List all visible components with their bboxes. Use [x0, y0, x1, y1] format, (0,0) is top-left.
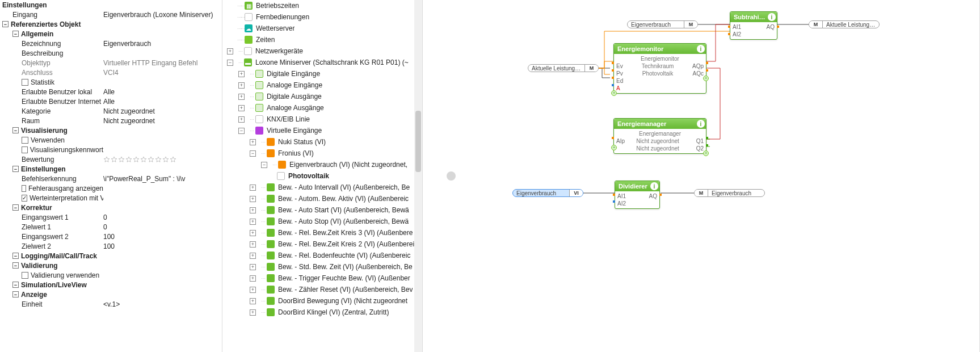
collapse-icon[interactable]	[2, 21, 9, 27]
star-icon[interactable]	[111, 156, 117, 163]
expand-icon[interactable]	[250, 298, 256, 304]
info-icon[interactable]: i	[697, 45, 705, 53]
section-einstellungen-2[interactable]: Einstellungen	[0, 164, 222, 174]
expand-icon[interactable]	[250, 196, 256, 202]
section-korrektur[interactable]: Korrektur	[0, 203, 222, 212]
tree-item[interactable]: ⋯Nuki Status (VI)	[225, 136, 420, 148]
star-icon[interactable]	[125, 156, 132, 163]
star-icon[interactable]	[155, 156, 162, 163]
tree-item[interactable]: ⋯Virtuelle Eingänge	[225, 125, 420, 136]
block-energiemanager[interactable]: Energiemanageri Energiemanager AIpNicht …	[613, 118, 706, 154]
tree-panel[interactable]: ⋯⋯▦Betriebszeiten ⋯⋯Fernbedienungen ⋯⋯☁W…	[222, 0, 423, 352]
tree-item[interactable]: ⋯Eigenverbrauch (VI) (Nicht zugeordnet,	[225, 159, 420, 170]
info-icon[interactable]: i	[697, 120, 705, 128]
tree-item[interactable]: ⋯DoorBird Bewegung (VI) (Nicht zugeordne…	[225, 295, 420, 307]
prop-eingangswert-2[interactable]: Eingangswert 2100	[0, 232, 222, 241]
tree-item[interactable]: ⋯Bew. - Rel. Bew.Zeit Kreis 2 (VI) (Auße…	[225, 238, 420, 250]
expand-icon[interactable]	[238, 105, 245, 111]
tree-item[interactable]: ⋯DoorBird Klingel (VI) (Zentral, Zutritt…	[225, 307, 420, 318]
collapse-icon[interactable]	[12, 291, 19, 297]
tree-item[interactable]: ⋯Analoge Eingänge	[225, 79, 420, 91]
info-icon[interactable]: i	[768, 13, 776, 21]
tree-item[interactable]: ⋯Bew. - Auto Stop (VI) (Außenbereich, Be…	[225, 216, 420, 227]
expand-icon[interactable]	[238, 71, 245, 77]
checkbox-unchecked-icon[interactable]	[22, 185, 26, 192]
expand-icon[interactable]	[250, 185, 256, 191]
property-panel[interactable]: Einstellungen EingangEigenverbrauch (Lox…	[0, 0, 222, 352]
memory-flag-eigenverbrauch[interactable]: EigenverbrauchM	[627, 20, 698, 28]
memory-flag-eigenverbrauch-out[interactable]: MEigenverbrauch	[694, 189, 765, 197]
splitter-handle-icon[interactable]	[447, 171, 456, 181]
prop-statistik[interactable]: Statistik	[0, 77, 222, 87]
prop-fehlerausgang[interactable]: Fehlerausgang anzeigen	[0, 183, 222, 193]
add-port-icon[interactable]: +	[611, 145, 617, 150]
prop-validierung-verwenden[interactable]: Validierung verwenden	[0, 270, 222, 280]
prop-verwenden[interactable]: Verwenden	[0, 135, 222, 145]
tree-item[interactable]: ⋯▬Loxone Miniserver (Schaltschrank KG R0…	[225, 57, 420, 68]
section-visualisierung[interactable]: Visualisierung	[0, 125, 222, 135]
memory-flag-aktuelle-leistung-netz[interactable]: Aktuelle Leistung NetzM	[528, 64, 599, 72]
tree-item[interactable]: ⋯Bew. - Autom. Bew. Aktiv (VI) (Außenber…	[225, 193, 420, 204]
collapse-icon[interactable]	[12, 31, 19, 37]
collapse-icon[interactable]	[250, 150, 256, 157]
prop-raum[interactable]: RaumNicht zugeordnet	[0, 116, 222, 125]
tree-item[interactable]: ⋯Bew. - Auto Intervall (VI) (Außenbereic…	[225, 182, 420, 193]
add-port-icon[interactable]: +	[703, 150, 709, 156]
collapse-icon[interactable]	[12, 204, 19, 211]
virtual-input-eigenverbrauch[interactable]: EigenverbrauchVI	[512, 189, 583, 197]
star-icon[interactable]	[148, 156, 154, 163]
tree-item[interactable]: ⋯⋯Fernbedienungen	[225, 11, 420, 23]
collapse-icon[interactable]	[12, 127, 19, 133]
expand-icon[interactable]	[227, 48, 233, 55]
memory-flag-aktuelle-leistung-netz-out[interactable]: MAktuelle Leistung Netz	[809, 20, 880, 28]
info-icon[interactable]: i	[650, 182, 658, 190]
block-energiemonitor[interactable]: Energiemonitori Energiemonitor EvTechnik…	[613, 43, 706, 94]
collapse-icon[interactable]	[261, 162, 267, 168]
star-icon[interactable]	[103, 156, 110, 163]
checkbox-unchecked-icon[interactable]	[22, 137, 28, 144]
checkbox-checked-icon[interactable]	[22, 195, 27, 202]
rating-stars[interactable]	[103, 156, 221, 163]
collapse-icon[interactable]	[12, 166, 19, 172]
expand-icon[interactable]	[250, 309, 256, 316]
tree-item[interactable]: ⋯Bew. - Std. Bew. Zeit (VI) (Außenbereic…	[225, 261, 420, 273]
tree-item[interactable]: ⋯⋯☁Wetterserver	[225, 23, 420, 34]
prop-einheit[interactable]: Einheit<v.1>	[0, 299, 222, 309]
prop-befehlserkennung[interactable]: Befehlserkennung\i"PowerReal_P_Sum" : \i…	[0, 174, 222, 183]
prop-werteinterpretation[interactable]: Werteinterpretation mit Vor…	[0, 193, 222, 203]
tree-item[interactable]: ⋯⋯Zeiten	[225, 34, 420, 45]
expand-icon[interactable]	[238, 116, 245, 123]
collapse-icon[interactable]	[12, 262, 19, 269]
tree-item[interactable]: ⋯Bew. - Rel. Bodenfeuchte (VI) (Außenber…	[225, 250, 420, 261]
collapse-icon[interactable]	[227, 60, 233, 66]
block-subtrahierer[interactable]: Subtrahi…i AI1AQ AI2	[730, 11, 777, 40]
expand-icon[interactable]	[250, 139, 256, 145]
star-icon[interactable]	[140, 156, 147, 163]
star-icon[interactable]	[133, 156, 140, 163]
tree-item[interactable]: ⋯Netzwerkgeräte	[225, 45, 420, 57]
section-simulation[interactable]: Simulation/LiveView	[0, 280, 222, 290]
expand-icon[interactable]	[238, 82, 245, 89]
prop-eingangswert-1[interactable]: Eingangswert 10	[0, 212, 222, 222]
tree-item[interactable]: ⋯Bew. - Rel. Bew.Zeit Kreis 3 (VI) (Auße…	[225, 227, 420, 238]
prop-beschreibung[interactable]: Beschreibung	[0, 48, 222, 58]
prop-zielwert-1[interactable]: Zielwert 10	[0, 222, 222, 232]
tree-item[interactable]: ⋯Fronius (VI)	[225, 148, 420, 159]
prop-bewertung[interactable]: Bewertung	[0, 154, 222, 164]
tree-item[interactable]: ⋯Bew. - Auto Start (VI) (Außenbereich, B…	[225, 204, 420, 216]
expand-icon[interactable]	[238, 94, 245, 100]
prop-vis-kennwort[interactable]: Visualisierungskennwort	[0, 145, 222, 154]
prop-kategorie[interactable]: KategorieNicht zugeordnet	[0, 106, 222, 116]
expand-icon[interactable]	[250, 219, 256, 225]
scrollbar[interactable]	[414, 0, 422, 352]
star-icon[interactable]	[162, 156, 169, 163]
checkbox-unchecked-icon[interactable]	[22, 272, 28, 279]
expand-icon[interactable]	[250, 287, 256, 293]
tree-item[interactable]: ⋯Digitale Ausgänge	[225, 91, 420, 102]
expand-icon[interactable]	[250, 264, 256, 270]
prop-bezeichnung[interactable]: BezeichnungEigenverbrauch	[0, 39, 222, 48]
expand-icon[interactable]	[250, 253, 256, 259]
prop-benutzer-lokal[interactable]: Erlaubte Benutzer lokalAlle	[0, 87, 222, 97]
tree-item[interactable]: ⋯Bew. - Zähler Reset (VI) (Außenbereich,…	[225, 284, 420, 295]
tree-item[interactable]: ⋯⋯▦Betriebszeiten	[225, 0, 420, 11]
